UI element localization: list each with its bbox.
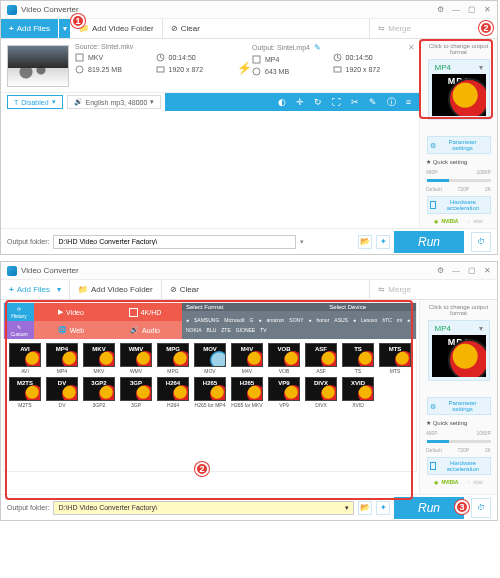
format-divx[interactable]: DIVXDIVX (304, 377, 338, 408)
brand-item[interactable]: amazon (267, 317, 285, 323)
hw-accel-checkbox[interactable]: Hardware acceleration (427, 457, 491, 475)
format-mov[interactable]: MOVMOV (193, 343, 227, 374)
maximize-icon[interactable]: ▢ (468, 5, 476, 14)
brand-item[interactable]: ● (308, 317, 311, 323)
brand-item[interactable]: ● (407, 317, 410, 323)
video-thumbnail[interactable] (7, 45, 69, 87)
schedule-button[interactable]: ⏱ (471, 232, 491, 252)
format-dv[interactable]: DVDV (45, 377, 79, 408)
brand-item[interactable]: G (250, 317, 254, 323)
info-icon[interactable]: ⓘ (387, 96, 396, 109)
minimize-icon[interactable]: — (452, 266, 460, 275)
brand-item[interactable]: hTC (382, 317, 391, 323)
select-format-tab[interactable]: Select FormatSelect Device (182, 303, 416, 311)
add-folder-button[interactable]: 📁Add Video Folder (69, 280, 161, 299)
brand-item[interactable]: ● (353, 317, 356, 323)
maximize-icon[interactable]: ▢ (468, 266, 476, 275)
settings-icon[interactable]: ⚙ (437, 266, 444, 275)
clear-button[interactable]: ⊘Clear (161, 280, 207, 299)
output-folder-input[interactable] (53, 235, 295, 249)
output-folder-select[interactable]: D:\HD Video Converter Factory\▾ (53, 501, 354, 515)
format-h265-for-mkv[interactable]: H265H265 for MKV (230, 377, 264, 408)
output-folder-dropdown[interactable]: ▾ (300, 238, 304, 246)
audio-track-select[interactable]: 🔊English mp3, 48000▾ (67, 95, 162, 109)
format-avi[interactable]: AVIAVI (8, 343, 42, 374)
hw-accel-checkbox[interactable]: Hardware acceleration (427, 196, 491, 214)
parameter-settings-button[interactable]: Parameter settings (427, 136, 491, 154)
web-category[interactable]: 🌐Web (34, 321, 108, 339)
format-mpg[interactable]: MPGMPG (156, 343, 190, 374)
brand-item[interactable]: TV (260, 327, 266, 333)
add-files-dropdown-button[interactable]: ▾ (59, 19, 71, 38)
brand-item[interactable]: ASUS (334, 317, 348, 323)
format-ts[interactable]: TSTS (341, 343, 375, 374)
close-icon[interactable]: ✕ (484, 5, 491, 14)
format-h264[interactable]: H264H264 (156, 377, 190, 408)
format-mp4[interactable]: MP4MP4 (45, 343, 79, 374)
size-icon (252, 67, 261, 76)
format-3gp[interactable]: 3GP3GP (119, 377, 153, 408)
more-icon[interactable]: ≡ (406, 97, 411, 107)
output-format-button[interactable]: MP4▾ MP4 (428, 59, 490, 120)
open-folder-button[interactable]: 📂 (358, 501, 372, 515)
brand-item[interactable]: NOKIA (186, 327, 202, 333)
resolution-slider[interactable] (427, 440, 491, 443)
format-hint: Click to change output format (424, 304, 493, 316)
schedule-button[interactable]: ⏱ (471, 498, 491, 518)
brand-item[interactable]: Microsoft (224, 317, 244, 323)
audio-category[interactable]: 🔊Audio (108, 321, 182, 339)
video-category[interactable]: ▶Video (34, 303, 108, 321)
brand-item[interactable]: ● (258, 317, 261, 323)
open-folder-button[interactable]: 📂 (358, 235, 372, 249)
brand-item[interactable]: honor (317, 317, 330, 323)
format-xvid[interactable]: XVIDXVID (341, 377, 375, 408)
brand-item[interactable]: Lenovo (361, 317, 377, 323)
rename-output-button[interactable]: ✎ (314, 43, 321, 52)
brand-item[interactable]: ZTE (221, 327, 230, 333)
format-wmv[interactable]: WMVWMV (119, 343, 153, 374)
edit-icon[interactable]: ✎ (369, 97, 377, 107)
history-tab[interactable]: ⟳History (4, 303, 34, 321)
run-button[interactable]: Run (394, 231, 464, 253)
settings-icon[interactable]: ⚙ (437, 5, 444, 14)
subtitle-select[interactable]: TDisabled▾ (7, 95, 63, 109)
custom-tab[interactable]: ✎Custom (4, 321, 34, 339)
resolution-slider[interactable] (427, 179, 491, 182)
brand-item[interactable]: BLU (207, 327, 217, 333)
format-mkv[interactable]: MKVMKV (82, 343, 116, 374)
format-mts[interactable]: MTSMTS (378, 343, 412, 374)
clear-button[interactable]: ⊘Clear (162, 19, 208, 38)
format-3gp2[interactable]: 3GP23GP2 (82, 377, 116, 408)
format-vob[interactable]: VOBVOB (267, 343, 301, 374)
effect-icon[interactable]: ◐ (278, 97, 286, 107)
format-vp9[interactable]: VP9VP9 (267, 377, 301, 408)
remove-file-button[interactable]: ✕ (408, 43, 415, 52)
add-files-button[interactable]: +Add Files▾ (1, 280, 69, 299)
brand-grid: ●SAMSUNGMicrosoftG●amazonSONY●honorASUS●… (182, 311, 416, 339)
parameter-settings-button[interactable]: Parameter settings (427, 397, 491, 415)
merge-button[interactable]: ⇆Merge (369, 19, 419, 38)
add-output-button[interactable]: ✦ (376, 235, 390, 249)
format-m4v[interactable]: M4VM4V (230, 343, 264, 374)
format-m2ts[interactable]: M2TSM2TS (8, 377, 42, 408)
callout-3: 3 (455, 500, 469, 514)
close-icon[interactable]: ✕ (484, 266, 491, 275)
rotate-icon[interactable]: ↻ (314, 97, 322, 107)
output-format-button[interactable]: MP4▾ MP4 (428, 320, 490, 381)
trim-icon[interactable]: ✂ (351, 97, 359, 107)
brand-item[interactable]: ● (186, 317, 189, 323)
add-files-button[interactable]: +Add Files (1, 19, 59, 38)
brand-item[interactable]: GIONEE (236, 327, 255, 333)
4k-category[interactable]: 4K/HD (108, 303, 182, 321)
brand-item[interactable]: SAMSUNG (194, 317, 219, 323)
format-h265-for-mp4[interactable]: H265H265 for MP4 (193, 377, 227, 408)
brand-item[interactable]: SONY (289, 317, 303, 323)
crop-icon[interactable]: ⛶ (332, 97, 341, 107)
watermark-icon[interactable]: ✛ (296, 97, 304, 107)
minimize-icon[interactable]: — (452, 5, 460, 14)
format-asf[interactable]: ASFASF (304, 343, 338, 374)
merge-button[interactable]: ⇆Merge (369, 280, 419, 299)
brand-item[interactable]: mi (397, 317, 402, 323)
run-button[interactable]: Run (394, 497, 464, 519)
add-output-button[interactable]: ✦ (376, 501, 390, 515)
